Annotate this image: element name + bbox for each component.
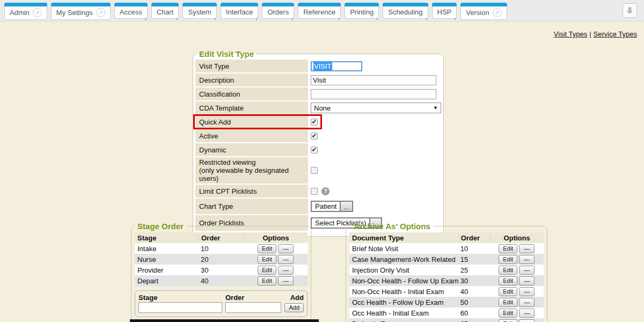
edit-button[interactable]: Edit <box>258 266 276 275</box>
edit-button[interactable]: Edit <box>499 309 517 318</box>
pull-down-button[interactable] <box>623 3 637 18</box>
picker-ellipsis-button[interactable]: ... <box>340 202 352 211</box>
tab-label-admin: Admin <box>10 9 30 17</box>
stage-cell-options: Edit— <box>244 276 308 286</box>
external-link-icon: ↗ <box>96 8 105 17</box>
tab-accent-bar <box>4 3 47 6</box>
tab-printing[interactable]: Printing <box>345 3 379 19</box>
tab-label-my-settings: My Settings <box>56 9 93 17</box>
archive-as-table: Document TypeOrderOptionsBrief Note Visi… <box>349 232 544 322</box>
edit-button[interactable]: Edit <box>499 319 517 322</box>
form-row-active: Active✔ <box>195 129 441 142</box>
description-input[interactable]: Visit <box>311 75 436 85</box>
restricted-viewing-checkbox[interactable] <box>311 167 318 174</box>
edit-button[interactable]: Edit <box>499 255 517 264</box>
remove-button[interactable]: — <box>278 244 294 253</box>
form-value-quick-add: ✔ <box>308 115 441 128</box>
dropdown-corner-icon <box>376 18 378 20</box>
edit-visit-type-form: Visit TypeVISITDescriptionVisitClassific… <box>195 60 441 231</box>
limit-cpt-picklists-checkbox[interactable] <box>311 188 318 195</box>
archive-cell-document-type: Brief Note Visit <box>349 245 459 253</box>
tab-my-settings[interactable]: My Settings↗ <box>51 3 111 20</box>
remove-button[interactable]: — <box>519 244 535 253</box>
remove-button[interactable]: — <box>519 276 535 286</box>
remove-button[interactable]: — <box>278 266 294 275</box>
edit-button[interactable]: Edit <box>499 276 517 286</box>
tab-chart[interactable]: Chart <box>151 3 179 19</box>
form-label-text: Classification <box>199 90 307 98</box>
stage-order-input[interactable] <box>225 302 281 313</box>
form-label-text: CDA Template <box>199 104 307 112</box>
archive-row-non-occ-health-initial-exam: Non-Occ Health - Initial Exam40Edit— <box>349 286 544 297</box>
edit-button[interactable]: Edit <box>258 255 276 264</box>
clipped-section-bar <box>130 319 319 322</box>
stage-add-button[interactable]: Add <box>284 303 304 312</box>
edit-button[interactable]: Edit <box>499 298 517 307</box>
tab-access[interactable]: Access <box>114 3 148 19</box>
tab-accent-bar <box>432 3 457 6</box>
archive-as-legend: 'Archive As' Options <box>349 222 433 231</box>
remove-button[interactable]: — <box>519 319 535 322</box>
archive-cell-document-type: Occ Health - Follow Up Exam <box>349 298 459 306</box>
form-value-visit-type: VISIT <box>308 60 441 72</box>
remove-button[interactable]: — <box>519 255 535 264</box>
form-label-text-line2: (only viewable by designated users) <box>199 166 307 182</box>
tab-scheduling[interactable]: Scheduling <box>383 3 428 19</box>
archive-cell-document-type: Patient's Exam <box>349 320 459 322</box>
external-link-icon: ↗ <box>33 8 42 17</box>
remove-button[interactable]: — <box>519 298 535 307</box>
stage-add-box: Stage Order Add Add <box>135 290 308 317</box>
chart-type-picker[interactable]: Patient... <box>311 201 353 212</box>
edit-button[interactable]: Edit <box>258 276 276 286</box>
stage-add-row: Add <box>138 302 304 313</box>
edit-button[interactable]: Edit <box>499 266 517 275</box>
archive-row-non-occ-health-follow-up-exam: Non-Occ Health - Follow Up Exam30Edit— <box>349 275 544 286</box>
archive-cell-document-type: Case Management-Work Related <box>349 255 459 264</box>
stage-cell-options: Edit— <box>244 255 308 264</box>
service-types-link[interactable]: Service Types <box>594 30 637 38</box>
archive-cell-order: 30 <box>459 277 490 285</box>
tab-admin[interactable]: Admin↗ <box>4 3 47 20</box>
remove-button[interactable]: — <box>519 266 535 275</box>
form-label-text: Restricted viewing <box>199 158 307 166</box>
tab-version[interactable]: Version↗ <box>460 3 507 20</box>
stage-name-input[interactable] <box>138 302 222 313</box>
classification-input[interactable] <box>311 89 436 99</box>
external-link-icon: ↗ <box>493 8 502 17</box>
remove-button[interactable]: — <box>278 255 294 264</box>
stage-order-panel: Stage Order StageOrderOptionsIntake10Edi… <box>131 222 311 322</box>
dynamic-checkbox[interactable]: ✔ <box>311 147 318 153</box>
archive-cell-options: Edit— <box>490 319 544 322</box>
help-icon[interactable]: ? <box>321 187 330 195</box>
stage-cell-options: Edit— <box>244 266 308 275</box>
tab-hsp[interactable]: HSP <box>432 3 457 19</box>
remove-button[interactable]: — <box>519 287 535 296</box>
tab-system[interactable]: System <box>182 3 216 19</box>
tab-accent-bar <box>383 3 428 6</box>
picker-value: Patient <box>312 202 340 211</box>
tab-accent-bar <box>114 3 148 6</box>
form-value-classification <box>308 87 441 100</box>
quick-add-checkbox[interactable]: ✔ <box>311 119 318 126</box>
visit-type-input[interactable]: VISIT <box>311 61 362 71</box>
tab-orders[interactable]: Orders <box>262 3 294 19</box>
tab-interface[interactable]: Interface <box>221 3 259 19</box>
active-checkbox[interactable]: ✔ <box>311 133 318 140</box>
tab-reference[interactable]: Reference <box>298 3 341 19</box>
link-separator: | <box>589 30 591 38</box>
tab-label-system: System <box>188 8 211 16</box>
cda-template-select[interactable]: None▼ <box>311 103 441 113</box>
edit-button[interactable]: Edit <box>499 287 517 296</box>
remove-button[interactable]: — <box>278 276 294 286</box>
form-row-quick-add: Quick Add✔ <box>195 115 441 128</box>
form-label-text: Quick Add <box>199 118 307 126</box>
edit-button[interactable]: Edit <box>258 244 276 253</box>
form-row-limit-cpt-picklists: Limit CPT Picklists? <box>195 185 441 197</box>
remove-button[interactable]: — <box>519 309 535 318</box>
chevron-down-icon: ▼ <box>433 105 438 111</box>
edit-visit-type-panel: Edit Visit Type Visit TypeVISITDescripti… <box>193 49 444 237</box>
edit-button[interactable]: Edit <box>499 244 517 253</box>
stage-cell-options: Edit— <box>244 244 308 253</box>
visit-types-link[interactable]: Visit Types <box>554 30 587 38</box>
edit-visit-type-legend: Edit Visit Type <box>196 49 257 58</box>
